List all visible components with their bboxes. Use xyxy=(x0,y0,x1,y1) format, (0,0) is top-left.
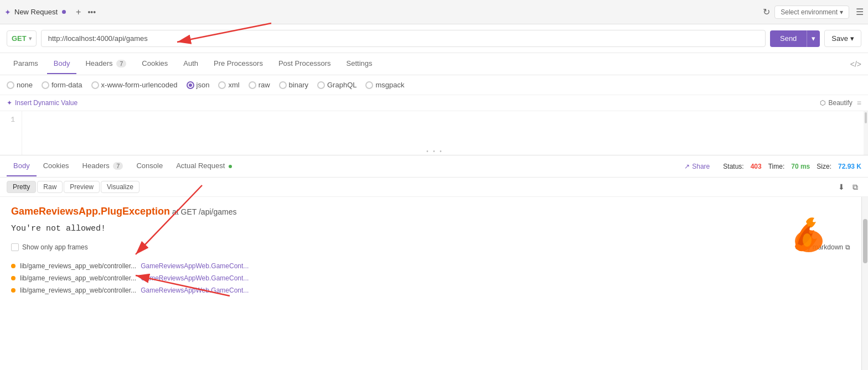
send-button[interactable]: Send ▾ xyxy=(770,30,820,47)
resp-tab-body[interactable]: Body xyxy=(7,156,37,176)
copy-response-icon[interactable]: ⧉ xyxy=(849,181,861,193)
body-type-form-data[interactable]: form-data xyxy=(42,81,82,89)
download-icon[interactable]: ⬇ xyxy=(835,181,848,192)
actual-request-dot xyxy=(229,165,232,168)
url-bar: GET ▾ Send ▾ Save ▾ xyxy=(0,24,868,53)
radio-xml xyxy=(218,81,226,89)
radio-form-data xyxy=(42,81,49,89)
status-label: Status: xyxy=(723,163,743,170)
resp-tab-headers[interactable]: Headers 7 xyxy=(76,156,130,176)
resize-handle[interactable]: • • • xyxy=(426,149,442,155)
tab-bar: ✦ New Request + ••• ↻ Select environment… xyxy=(0,0,868,24)
tab-headers[interactable]: Headers 7 xyxy=(79,54,133,74)
svg-point-1 xyxy=(803,233,812,247)
refresh-button[interactable]: ↻ xyxy=(763,7,770,17)
time-value: 70 ms xyxy=(791,163,810,170)
editor-toolbar: ✦ Insert Dynamic Value ⬡ Beautify ≡ xyxy=(0,95,868,111)
frame-dot-2 xyxy=(11,276,16,280)
body-type-xml[interactable]: xml xyxy=(218,81,239,89)
body-type-msgpack[interactable]: msgpack xyxy=(365,81,404,89)
body-type-json[interactable]: json xyxy=(187,81,210,89)
tab-post-processors[interactable]: Post Processors xyxy=(272,54,338,74)
radio-binary xyxy=(279,81,287,89)
sparkle-icon: ✦ xyxy=(7,99,12,107)
method-chevron-icon: ▾ xyxy=(29,35,32,41)
frame-class-3: GameReviewsAppWeb.GameCont... xyxy=(141,286,249,294)
exception-block: GameReviewsApp.PlugException at GET /api… xyxy=(11,206,850,217)
radio-raw xyxy=(249,81,256,89)
fmt-visualize[interactable]: Visualize xyxy=(101,181,140,193)
resp-tab-actual-request[interactable]: Actual Request xyxy=(169,156,239,176)
editor-scrollbar-thumb xyxy=(865,112,867,123)
radio-none xyxy=(7,81,14,89)
beautify-label: Beautify xyxy=(828,99,852,107)
tab-cookies[interactable]: Cookies xyxy=(135,54,174,74)
save-button[interactable]: Save ▾ xyxy=(824,30,861,47)
beautify-icon: ⬡ xyxy=(820,99,825,107)
radio-urlencoded xyxy=(91,81,99,89)
editor-lines-icon[interactable]: ≡ xyxy=(857,98,861,107)
status-value: 403 xyxy=(751,163,762,170)
size-value: 72.93 K xyxy=(838,163,861,170)
environment-select[interactable]: Select environment ▾ xyxy=(774,6,849,19)
frame-path-1: lib/game_reviews_app_web/controller... xyxy=(20,262,136,270)
response-section: Body Cookies Headers 7 Console Actual Re… xyxy=(0,155,868,370)
menu-button[interactable]: ☰ xyxy=(856,7,864,17)
save-chevron-icon: ▾ xyxy=(850,34,854,43)
tab-body[interactable]: Body xyxy=(47,54,77,74)
body-type-urlencoded[interactable]: x-www-form-urlencoded xyxy=(91,81,178,89)
frames-controls: Show only app frames Copy markdown ⧉ xyxy=(11,240,850,254)
resp-tab-cookies[interactable]: Cookies xyxy=(37,156,76,176)
method-select[interactable]: GET ▾ xyxy=(7,30,37,46)
radio-graphql xyxy=(317,81,325,89)
url-input[interactable] xyxy=(41,30,766,47)
resp-tab-console[interactable]: Console xyxy=(130,156,169,176)
fmt-raw[interactable]: Raw xyxy=(37,181,63,193)
beautify-button[interactable]: ⬡ Beautify xyxy=(820,99,852,107)
phoenix-icon xyxy=(778,213,828,258)
frame-dot-3 xyxy=(11,288,16,293)
send-dropdown-icon[interactable]: ▾ xyxy=(807,30,820,46)
frame-path-2: lib/game_reviews_app_web/controller... xyxy=(20,274,136,282)
response-meta: Status: 403 Time: 70 ms Size: 72.93 K xyxy=(723,163,861,170)
size-label: Size: xyxy=(817,163,831,170)
body-type-raw[interactable]: raw xyxy=(249,81,270,89)
frame-dot-1 xyxy=(11,264,16,268)
radio-msgpack xyxy=(365,81,373,89)
tab-settings[interactable]: Settings xyxy=(340,54,379,74)
tab-pre-processors[interactable]: Pre Processors xyxy=(207,54,270,74)
tab-title: New Request xyxy=(14,8,58,16)
more-tabs-button[interactable]: ••• xyxy=(87,8,96,17)
response-tabs: Body Cookies Headers 7 Console Actual Re… xyxy=(0,155,868,178)
body-type-binary[interactable]: binary xyxy=(279,81,308,89)
show-frames-checkbox[interactable] xyxy=(11,243,19,251)
fmt-preview[interactable]: Preview xyxy=(64,181,100,193)
radio-json-dot xyxy=(189,84,192,87)
save-label: Save xyxy=(831,34,848,43)
table-row: lib/game_reviews_app_web/controller... G… xyxy=(11,284,850,296)
body-type-none[interactable]: none xyxy=(7,81,33,89)
phoenix-logo xyxy=(778,213,828,259)
code-editor[interactable]: 1 • • • xyxy=(0,111,868,155)
body-type-graphql[interactable]: GraphQL xyxy=(317,81,356,89)
insert-dynamic-value-button[interactable]: ✦ Insert Dynamic Value xyxy=(7,99,78,107)
response-scrollbar[interactable] xyxy=(861,197,868,370)
fmt-pretty[interactable]: Pretty xyxy=(7,181,36,193)
frame-class-2: GameReviewsAppWeb.GameCont... xyxy=(141,274,249,282)
code-toggle-icon[interactable]: </> xyxy=(850,60,861,69)
response-scroll[interactable]: GameReviewsApp.PlugException at GET /api… xyxy=(0,197,861,370)
tab-params[interactable]: Params xyxy=(7,54,45,74)
send-label: Send xyxy=(770,30,807,46)
response-scrollbar-thumb xyxy=(863,219,867,263)
headers-badge: 7 xyxy=(116,60,126,67)
editor-scrollbar[interactable] xyxy=(864,111,868,155)
add-tab-button[interactable]: + xyxy=(73,6,84,18)
show-only-app-frames[interactable]: Show only app frames xyxy=(11,243,88,251)
response-body-container: GameReviewsApp.PlugException at GET /api… xyxy=(0,197,868,370)
env-placeholder: Select environment xyxy=(781,8,838,16)
share-button[interactable]: ↗ Share xyxy=(684,163,710,170)
code-content[interactable] xyxy=(22,111,868,155)
method-label: GET xyxy=(12,34,27,43)
table-row: lib/game_reviews_app_web/controller... G… xyxy=(11,272,850,284)
tab-auth[interactable]: Auth xyxy=(177,54,205,74)
